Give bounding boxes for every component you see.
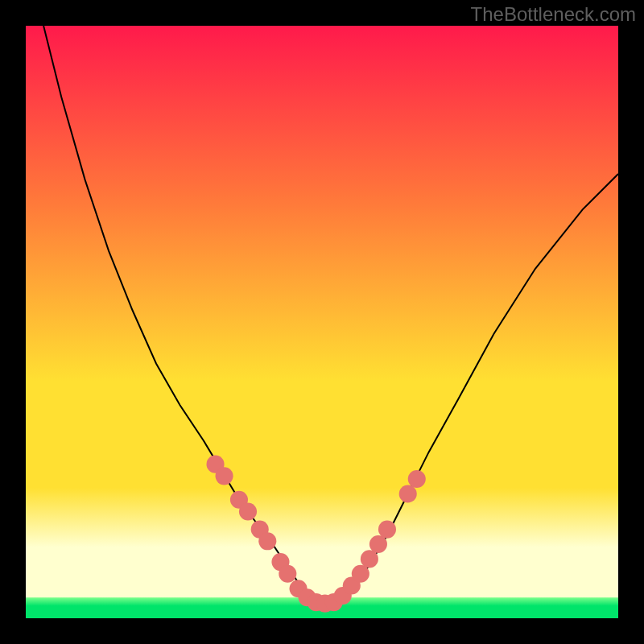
highlight-dot [361, 550, 378, 568]
chart-frame: TheBottleneck.com [0, 0, 644, 644]
plot-area [26, 26, 618, 618]
highlight-dots [206, 456, 425, 613]
highlight-dot [399, 485, 417, 502]
highlight-dot [216, 467, 233, 485]
watermark-text: TheBottleneck.com [471, 3, 636, 26]
highlight-dot [279, 565, 296, 583]
bottleneck-curve [43, 26, 618, 604]
highlight-dot [258, 532, 276, 550]
highlight-dot [369, 535, 387, 553]
highlight-dot [352, 565, 369, 583]
highlight-dot [408, 470, 426, 488]
curve-layer [26, 26, 618, 618]
highlight-dot [378, 521, 396, 539]
highlight-dot [239, 502, 257, 520]
